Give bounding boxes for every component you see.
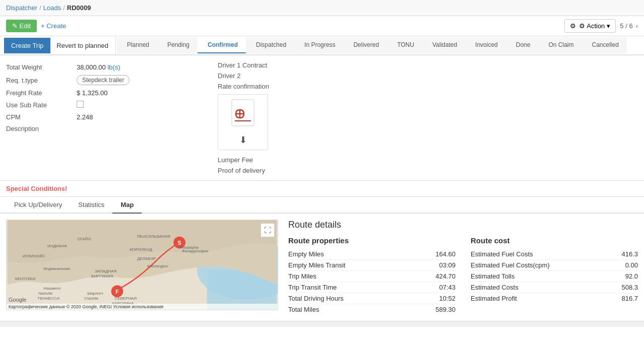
empty-miles-transit-row: Empty Miles Transit 03:09: [288, 260, 456, 271]
breadcrumb-loads[interactable]: Loads: [43, 4, 61, 12]
empty-miles-transit-value: 03:09: [439, 261, 456, 269]
estimated-costs-label: Estimated Costs: [471, 284, 519, 291]
google-logo: Google: [9, 297, 26, 303]
chevron-down-icon: ▾: [607, 22, 610, 30]
pdf-icon: [231, 99, 255, 132]
create-button[interactable]: + Create: [41, 22, 66, 30]
pdf-attachment[interactable]: ⬇: [218, 94, 268, 150]
svg-text:S: S: [178, 240, 181, 246]
tab-map[interactable]: Map: [112, 197, 142, 214]
estimated-fuel-costs-cpm-value: 0.00: [625, 261, 638, 269]
svg-text:ЗАПАДНАЯ: ЗАПАДНАЯ: [95, 269, 117, 273]
edit-button[interactable]: ✎ Edit: [6, 20, 37, 32]
total-weight-label: Total Weight: [6, 63, 77, 71]
info-right: Driver 1 Contract Driver 2 Rate confirma…: [218, 61, 638, 174]
status-step-in-progress[interactable]: In Progress: [294, 37, 343, 53]
total-miles-value: 589.30: [435, 306, 456, 313]
special-conditions: Special Conditions!: [0, 181, 644, 197]
driver1-label: Driver 1 Contract: [218, 61, 288, 69]
estimated-profit-label: Estimated Profit: [471, 295, 517, 302]
description-row: Description: [6, 123, 208, 134]
total-miles-row: Total Miles 589.30: [288, 304, 456, 315]
total-weight-value: 38,000.00 lb(s): [77, 63, 120, 71]
revert-to-planned-button[interactable]: Revert to planned: [50, 38, 114, 53]
status-divider: [115, 36, 116, 54]
req-ttype-row: Req. t.type Stepdeck trailer: [6, 73, 208, 87]
trip-miles-row: Trip Miles 424.70: [288, 271, 456, 282]
route-cost-col: Route cost Estimated Fuel Costs 416.3 Es…: [471, 236, 638, 315]
empty-miles-value: 164.60: [435, 250, 456, 258]
trip-miles-value: 424.70: [435, 272, 456, 280]
expand-icon: ⛶: [264, 226, 271, 234]
lumper-fee-label: Lumper Fee: [218, 156, 638, 164]
info-section: Total Weight 38,000.00 lb(s) Req. t.type…: [0, 55, 644, 181]
gear-icon: ⚙: [570, 22, 576, 30]
svg-text:ТЕННЕССИ: ТЕННЕССИ: [37, 296, 59, 301]
route-columns: Route properties Empty Miles 164.60 Empt…: [288, 236, 638, 315]
svg-text:ОГАЙО: ОГАЙО: [77, 237, 91, 241]
breadcrumb-sep1: /: [39, 4, 41, 12]
use-sub-rate-label: Use Sub Rate: [6, 101, 77, 109]
status-step-delivered[interactable]: Delivered: [343, 37, 387, 53]
driver2-row: Driver 2: [218, 72, 638, 80]
estimated-fuel-costs-cpm-label: Estimated Fuel Costs(cpm): [471, 261, 550, 269]
route-section: Route details Route properties Empty Mil…: [288, 220, 638, 315]
status-step-cancelled[interactable]: Cancelled: [582, 37, 626, 53]
estimated-fuel-costs-row: Estimated Fuel Costs 416.3: [471, 249, 638, 260]
trip-transit-time-label: Trip Transit Time: [288, 284, 337, 291]
freight-rate-row: Freight Rate $ 1,325.00: [6, 87, 208, 99]
route-properties-col: Route properties Empty Miles 164.60 Empt…: [288, 236, 456, 315]
svg-text:Philadelphia: Philadelphia: [179, 246, 199, 250]
lbs-link[interactable]: lb(s): [107, 63, 120, 71]
svg-text:F: F: [115, 289, 119, 295]
use-sub-rate-checkbox[interactable]: [77, 101, 84, 109]
status-step-dispatched[interactable]: Dispatched: [246, 37, 294, 53]
status-step-on-claim[interactable]: On Claim: [538, 37, 582, 53]
trip-transit-time-value: 07:43: [439, 284, 456, 291]
total-driving-hours-value: 10:52: [439, 295, 456, 302]
estimated-fuel-costs-cpm-row: Estimated Fuel Costs(cpm) 0.00: [471, 260, 638, 271]
action-button[interactable]: ⚙ ⚙ Action ▾: [564, 19, 616, 33]
svg-text:МЭРИЛЕНД: МЭРИЛЕНД: [130, 247, 152, 252]
use-sub-rate-row: Use Sub Rate: [6, 99, 208, 111]
lumper-proof-section: Lumper Fee Proof of delivery: [218, 156, 638, 174]
estimated-profit-row: Estimated Profit 816.7: [471, 293, 638, 304]
route-details-title: Route details: [288, 220, 638, 230]
breadcrumb-dispatcher[interactable]: Dispatcher: [6, 4, 37, 12]
chevron-left-icon[interactable]: ‹: [636, 22, 638, 30]
svg-rect-0: [232, 100, 254, 126]
svg-text:Шарлотт: Шарлотт: [87, 291, 103, 296]
rate-confirmation-row: Rate confirmation: [218, 83, 638, 90]
total-driving-hours-row: Total Driving Hours 10:52: [288, 293, 456, 304]
estimated-fuel-costs-value: 416.3: [621, 250, 638, 258]
total-driving-hours-label: Total Driving Hours: [288, 295, 344, 302]
driver2-label: Driver 2: [218, 72, 288, 80]
map-expand-button[interactable]: ⛶: [261, 223, 275, 237]
svg-text:ПЕНСИЛЬВАНИЯ: ПЕНСИЛЬВАНИЯ: [137, 234, 170, 239]
map-container: S F ИНДИАНА ИЛЛИНОЙС ОГАЙО ПЕНСИЛЬВАНИЯ …: [6, 220, 278, 310]
status-step-confirmed[interactable]: Confirmed: [198, 37, 246, 53]
ttype-tag: Stepdeck trailer: [77, 75, 130, 85]
rate-confirmation-label: Rate confirmation: [218, 83, 288, 90]
svg-text:СЕВЕРНАЯ: СЕВЕРНАЯ: [115, 296, 137, 301]
create-trip-button[interactable]: Create Trip: [4, 38, 50, 53]
map-route-section: S F ИНДИАНА ИЛЛИНОЙС ОГАЙО ПЕНСИЛЬВАНИЯ …: [0, 214, 644, 321]
status-step-pending[interactable]: Pending: [157, 37, 198, 53]
breadcrumb-id: RD0009: [67, 4, 91, 12]
toolbar: ✎ Edit + Create ⚙ ⚙ Action ▾ 5 / 6 ‹: [0, 16, 644, 36]
estimated-tolls-label: Estimated Tolls: [471, 272, 514, 280]
status-steps: Planned Pending Confirmed Dispatched In …: [117, 37, 627, 53]
svg-text:Charlotte: Charlotte: [84, 297, 98, 300]
total-miles-label: Total Miles: [288, 306, 319, 313]
download-icon: ⬇: [239, 134, 247, 146]
tab-statistics[interactable]: Statistics: [70, 197, 112, 214]
cpm-value: 2.248: [77, 113, 93, 121]
status-bar: Create Trip Revert to planned Planned Pe…: [0, 36, 644, 55]
status-step-invoiced[interactable]: Invoiced: [465, 37, 506, 53]
status-step-planned[interactable]: Planned: [117, 37, 157, 53]
scrollbar[interactable]: [0, 321, 644, 327]
trip-miles-label: Trip Miles: [288, 272, 316, 280]
tab-pickup-delivery[interactable]: Pick Up/Delivery: [6, 197, 70, 214]
status-step-tonu[interactable]: TONU: [387, 37, 422, 53]
status-step-validated[interactable]: Validated: [422, 37, 465, 53]
